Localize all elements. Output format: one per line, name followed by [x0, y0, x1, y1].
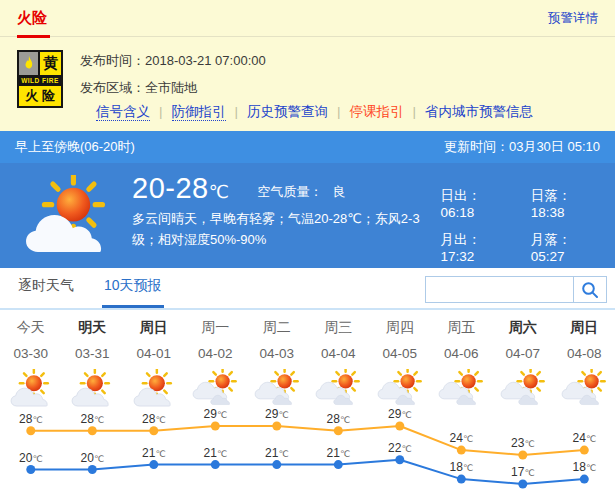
temperature-chart: 28℃28℃28℃29℃29℃28℃29℃24℃23℃24℃20℃20℃21℃2…: [0, 404, 615, 501]
high-temp-point: [580, 446, 589, 455]
date-label: 04-07: [492, 346, 554, 361]
moonset-time: 月落：05:27: [531, 231, 599, 264]
day-name: 周日: [123, 310, 185, 337]
high-temp-label: 28℃: [142, 412, 165, 426]
high-temp-point: [518, 451, 527, 460]
link-separator: |: [159, 104, 163, 119]
search-icon: [581, 281, 599, 299]
forecast-column-1[interactable]: 今天03-30: [0, 310, 62, 407]
high-temp-label: 28℃: [19, 412, 42, 426]
high-temp-point: [26, 426, 35, 435]
low-temp-point: [518, 480, 527, 489]
date-label: 04-08: [554, 346, 615, 361]
low-temp-point: [88, 465, 97, 474]
alert-link-2[interactable]: 防御指引: [172, 104, 226, 121]
low-temp-label: 21℃: [142, 446, 165, 460]
low-temp-point: [334, 460, 343, 469]
alert-link-5[interactable]: 省内城市预警信息: [425, 104, 533, 119]
alert-links: 信号含义|防御指引|历史预警查询|停课指引|省内城市预警信息: [87, 103, 615, 121]
low-temp-point: [580, 475, 589, 484]
high-temp-point: [88, 426, 97, 435]
high-temp-label: 24℃: [450, 431, 473, 445]
weather-icon-cell: [492, 369, 554, 407]
low-temp-label: 21℃: [265, 446, 288, 460]
weather-icon-cell: [308, 369, 370, 407]
date-label: 04-01: [123, 346, 185, 361]
forecast-column-2[interactable]: 明天03-31: [62, 310, 124, 407]
tab-hourly-weather[interactable]: 逐时天气: [16, 277, 76, 308]
high-temp-label: 28℃: [81, 412, 104, 426]
forecast-column-10[interactable]: 周日04-08: [554, 310, 615, 407]
sunrise-time: 日出：06:18: [440, 187, 508, 220]
period-label: 早上至傍晚(06-20时): [15, 138, 135, 156]
warning-details-link[interactable]: 预警详情: [548, 10, 598, 27]
sunset-time: 日落：18:38: [531, 187, 599, 220]
publish-area-row: 发布区域：全市陆地: [80, 79, 266, 97]
search-button[interactable]: [573, 277, 606, 302]
forecast-column-6[interactable]: 周三04-04: [308, 310, 370, 407]
search-input[interactable]: [426, 277, 573, 302]
high-temp-point: [149, 426, 158, 435]
low-temp-label: 17℃: [511, 465, 534, 479]
badge-label: 火 险: [19, 86, 61, 106]
fire-warning-badge: 黄 WILD FIRE 火 险: [17, 50, 63, 108]
forecast-column-8[interactable]: 周五04-06: [431, 310, 493, 407]
forecast-column-3[interactable]: 周日04-01: [123, 310, 185, 407]
high-temp-label: 24℃: [573, 431, 596, 445]
publish-time-row: 发布时间：2018-03-21 07:00:00: [80, 52, 266, 70]
publish-time-value: 2018-03-21 07:00:00: [145, 53, 266, 68]
sun-two-clouds-icon: [192, 369, 238, 407]
alert-link-1[interactable]: 信号含义: [96, 104, 150, 121]
high-temp-label: 29℃: [204, 407, 227, 421]
sun-cloud-icon: [8, 369, 54, 407]
day-name: 周二: [246, 310, 308, 337]
sun-two-clouds-icon: [254, 369, 300, 407]
forecast-column-4[interactable]: 周一04-02: [185, 310, 247, 407]
low-temp-label: 20℃: [19, 451, 42, 465]
page-header: 火险 预警详情: [0, 0, 615, 37]
day-name: 今天: [0, 310, 62, 337]
sun-cloud-icon: [69, 369, 115, 407]
sun-two-clouds-icon: [315, 369, 361, 407]
fire-alert-section: 黄 WILD FIRE 火 险 发布时间：2018-03-21 07:00:00…: [0, 37, 615, 131]
date-label: 04-03: [246, 346, 308, 361]
forecast-columns: 今天03-30明天03-31周日04-01周一04-02周二04-03周三04-…: [0, 310, 615, 407]
day-name: 明天: [62, 310, 124, 337]
high-temp-point: [334, 426, 343, 435]
moonrise-time: 月出：17:32: [440, 231, 508, 264]
link-separator: |: [337, 104, 341, 119]
high-temp-label: 28℃: [327, 412, 350, 426]
forecast-column-5[interactable]: 周二04-03: [246, 310, 308, 407]
city-search-box: [425, 276, 607, 303]
sun-cloud-icon: [131, 369, 177, 407]
date-label: 04-04: [308, 346, 370, 361]
high-temp-point: [272, 422, 281, 431]
high-temp-label: 29℃: [388, 407, 411, 421]
day-name: 周一: [185, 310, 247, 337]
low-temp-label: 21℃: [204, 446, 227, 460]
low-temp-point: [457, 475, 466, 484]
low-temp-point: [272, 460, 281, 469]
low-temp-label: 18℃: [573, 460, 596, 474]
day-name: 周日: [554, 310, 615, 337]
tab-10day-forecast[interactable]: 10天预报: [102, 277, 164, 308]
low-temp-line: [31, 460, 585, 484]
sun-cloud-icon: [20, 175, 115, 254]
day-name: 周六: [492, 310, 554, 337]
forecast-period-banner: 早上至傍晚(06-20时) 更新时间：03月30日 05:10: [0, 131, 615, 163]
forecast-column-9[interactable]: 周六04-07: [492, 310, 554, 407]
publish-time-label: 发布时间：: [80, 53, 145, 68]
alert-link-3[interactable]: 历史预警查询: [247, 104, 328, 119]
badge-english: WILD FIRE: [19, 75, 61, 86]
forecast-column-7[interactable]: 周四04-05: [369, 310, 431, 407]
weather-description: 多云间晴天，早晚有轻雾；气温20-28℃；东风2-3级；相对湿度50%-90%: [132, 208, 440, 250]
page-title[interactable]: 火险: [17, 9, 47, 28]
badge-grade: 黄: [40, 52, 61, 75]
alert-link-4[interactable]: 停课指引: [350, 104, 404, 119]
low-temp-label: 18℃: [450, 460, 473, 474]
weather-icon-cell: [123, 369, 185, 407]
weather-icon-cell: [185, 369, 247, 407]
high-temp-label: 29℃: [265, 407, 288, 421]
day-name: 周三: [308, 310, 370, 337]
low-temp-label: 22℃: [388, 441, 411, 455]
